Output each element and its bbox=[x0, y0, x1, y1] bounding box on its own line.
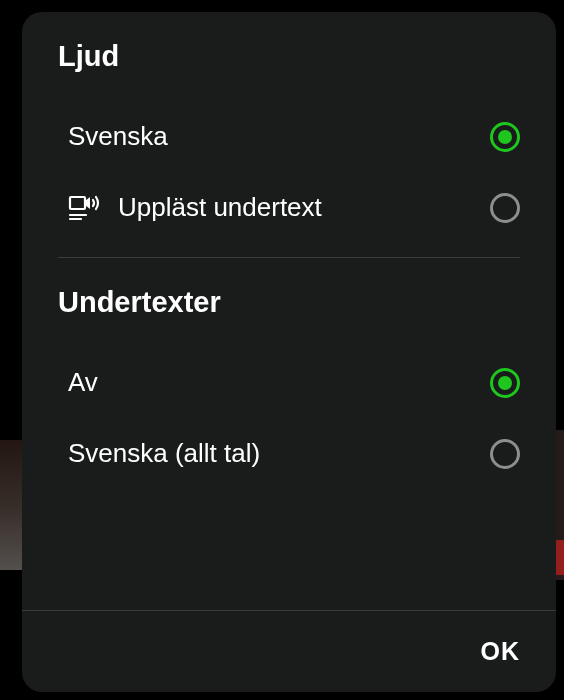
ok-button[interactable]: OK bbox=[481, 637, 521, 666]
modal-footer: OK bbox=[22, 610, 556, 692]
audio-option-svenska[interactable]: Svenska bbox=[58, 101, 520, 172]
audio-section: Ljud Svenska Uppläst bbox=[22, 12, 556, 258]
subtitles-option-label: Svenska (allt tal) bbox=[68, 438, 260, 469]
radio-selected-icon bbox=[490, 122, 520, 152]
audio-option-spoken-subtitles[interactable]: Uppläst undertext bbox=[58, 172, 520, 243]
background-video-sliver-left bbox=[0, 440, 22, 570]
radio-unselected-icon bbox=[490, 193, 520, 223]
subtitles-option-off[interactable]: Av bbox=[58, 347, 520, 418]
subtitles-option-label: Av bbox=[68, 367, 98, 398]
background-video-sliver-right-red bbox=[556, 540, 564, 575]
audio-option-label: Uppläst undertext bbox=[118, 192, 322, 223]
radio-unselected-icon bbox=[490, 439, 520, 469]
subtitles-section-title: Undertexter bbox=[58, 286, 520, 319]
audio-description-icon bbox=[68, 193, 102, 223]
audio-section-title: Ljud bbox=[58, 40, 520, 73]
subtitles-section: Undertexter Av Svenska (allt tal) bbox=[22, 258, 556, 489]
audio-option-label: Svenska bbox=[68, 121, 168, 152]
subtitles-option-svenska-all[interactable]: Svenska (allt tal) bbox=[58, 418, 520, 489]
svg-rect-0 bbox=[70, 197, 85, 209]
audio-subtitles-modal: Ljud Svenska Uppläst bbox=[22, 12, 556, 692]
radio-selected-icon bbox=[490, 368, 520, 398]
